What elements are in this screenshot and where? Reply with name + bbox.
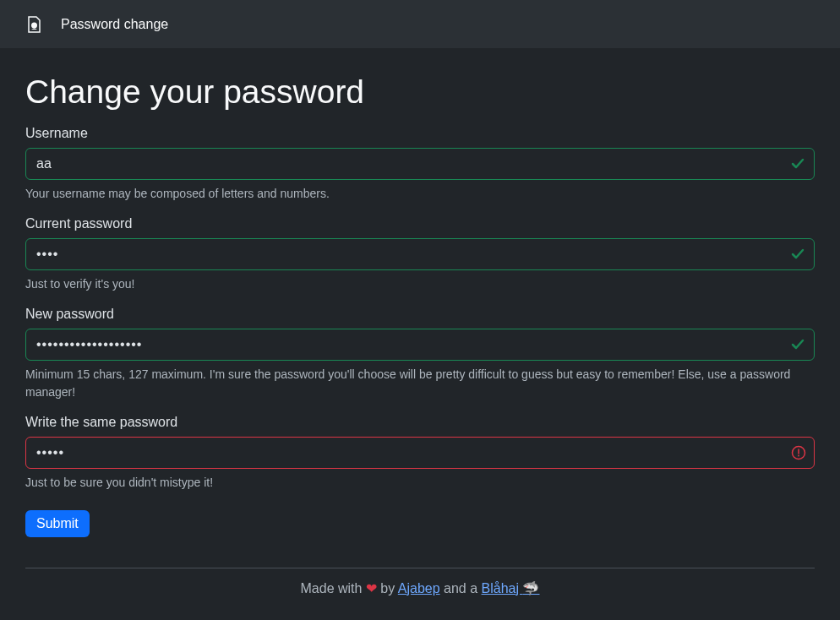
- check-icon: [789, 155, 806, 172]
- navbar: Password change: [0, 0, 840, 48]
- username-input-wrapper: [25, 148, 815, 180]
- app-icon: [25, 15, 42, 34]
- current-password-group: Current password Just to verify it's you…: [25, 216, 815, 293]
- username-input[interactable]: [25, 148, 815, 180]
- username-group: Username Your username may be composed o…: [25, 126, 815, 203]
- footer-prefix: Made with: [301, 581, 366, 596]
- new-password-label: New password: [25, 307, 815, 322]
- footer-by: by: [377, 581, 398, 596]
- current-password-input[interactable]: [25, 238, 815, 270]
- error-icon: [791, 445, 806, 460]
- footer-and: and a: [440, 581, 482, 596]
- page-title: Change your password: [25, 73, 815, 111]
- confirm-password-label: Write the same password: [25, 415, 815, 430]
- check-icon: [789, 336, 806, 353]
- confirm-password-input-wrapper: [25, 437, 815, 469]
- current-password-help: Just to verify it's you!: [25, 275, 815, 293]
- username-label: Username: [25, 126, 815, 141]
- blahaj-link[interactable]: Blåhaj 🦈: [482, 581, 540, 596]
- svg-point-0: [31, 22, 37, 28]
- confirm-password-input[interactable]: [25, 437, 815, 469]
- footer: Made with ❤ by Ajabep and a Blåhaj 🦈: [25, 580, 815, 613]
- svg-point-3: [798, 455, 799, 457]
- check-icon: [789, 246, 806, 263]
- new-password-help: Minimum 15 chars, 127 maximum. I'm sure …: [25, 366, 815, 401]
- new-password-input[interactable]: [25, 329, 815, 361]
- shark-icon: 🦈: [522, 581, 539, 596]
- footer-divider: [25, 568, 815, 568]
- current-password-input-wrapper: [25, 238, 815, 270]
- username-help: Your username may be composed of letters…: [25, 185, 815, 203]
- current-password-label: Current password: [25, 216, 815, 231]
- confirm-password-help: Just to be sure you didn't mistype it!: [25, 474, 815, 492]
- main-container: Change your password Username Your usern…: [0, 48, 840, 620]
- navbar-title: Password change: [61, 17, 168, 32]
- author-link[interactable]: Ajabep: [398, 581, 440, 596]
- submit-button[interactable]: Submit: [25, 510, 90, 537]
- heart-icon: ❤: [366, 581, 377, 596]
- confirm-password-group: Write the same password Just to be sure …: [25, 415, 815, 492]
- new-password-input-wrapper: [25, 329, 815, 361]
- new-password-group: New password Minimum 15 chars, 127 maxim…: [25, 307, 815, 401]
